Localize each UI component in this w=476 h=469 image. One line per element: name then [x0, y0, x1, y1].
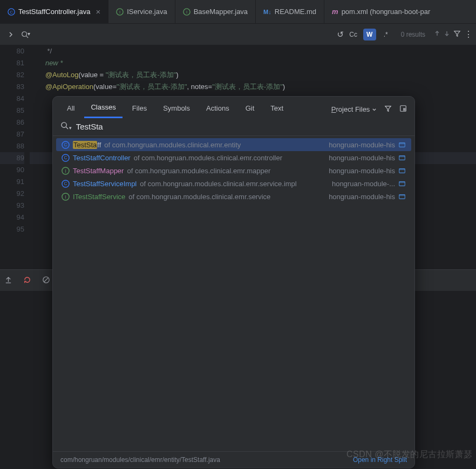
- interface-icon: I: [183, 8, 191, 16]
- module-icon: [398, 154, 406, 161]
- match-case-toggle[interactable]: Cc: [347, 29, 360, 40]
- result-row[interactable]: I ITestStaffService of com.hongruan.modu…: [53, 190, 414, 203]
- result-row[interactable]: C TestStaffServiceImpl of com.hongruan.m…: [53, 177, 414, 190]
- module-icon: [398, 180, 406, 187]
- more-icon[interactable]: ⋮: [464, 29, 472, 39]
- popup-tab-classes[interactable]: Classes: [84, 100, 122, 118]
- popup-tab-actions[interactable]: Actions: [200, 101, 236, 118]
- result-row[interactable]: I TestStaffMapper of com.hongruan.module…: [53, 164, 414, 177]
- footer-path: com/hongruan/modules/clinical/emr/entity…: [60, 456, 220, 464]
- result-module: hongruan-module-his: [329, 193, 406, 201]
- result-package: of com.hongruan.modules.clinical.emr.ser…: [128, 193, 270, 201]
- results-count: 0 results: [401, 31, 425, 38]
- svg-text:C: C: [64, 142, 67, 147]
- popup-search-row: ▾: [53, 118, 414, 136]
- arrow-up-icon[interactable]: [434, 30, 440, 38]
- tab-label: BaseMapper.java: [194, 8, 248, 16]
- tab-label: IService.java: [127, 8, 167, 16]
- open-in-right-split-link[interactable]: Open in Right Split: [353, 456, 407, 464]
- disabled-icon[interactable]: [42, 276, 50, 286]
- module-icon: [398, 141, 406, 148]
- open-in-tool-window-icon[interactable]: [399, 105, 407, 114]
- class-icon: C: [8, 8, 15, 16]
- result-package: of com.hongruan.modules.clinical.emr.con…: [134, 154, 282, 162]
- result-row[interactable]: C TestStaffController of com.hongruan.mo…: [53, 151, 414, 164]
- svg-point-6: [22, 31, 26, 36]
- editor-tab-bar: C TestStaffController.java × I IService.…: [0, 0, 476, 24]
- filter-icon[interactable]: [453, 30, 461, 39]
- svg-text:C: C: [64, 181, 67, 186]
- module-icon: [398, 167, 406, 174]
- svg-rect-25: [399, 169, 405, 171]
- editor-tab-basemapper[interactable]: I BaseMapper.java: [175, 0, 256, 23]
- prev-occurrence-icon[interactable]: ↻: [337, 30, 344, 39]
- result-module: hongruan-module-his: [329, 167, 406, 175]
- result-name: TestStaff: [73, 141, 101, 149]
- svg-point-12: [62, 123, 66, 127]
- close-icon[interactable]: ×: [96, 7, 100, 16]
- upload-icon[interactable]: [4, 276, 12, 286]
- class-icon: C: [62, 154, 70, 162]
- result-name: TestStaffServiceImpl: [73, 180, 137, 188]
- popup-footer: com/hongruan/modules/clinical/emr/entity…: [53, 451, 414, 468]
- svg-rect-17: [399, 143, 405, 145]
- svg-rect-29: [399, 182, 405, 183]
- popup-tab-text[interactable]: Text: [264, 101, 290, 118]
- popup-tab-files[interactable]: Files: [126, 101, 153, 118]
- editor-tab-readme[interactable]: M↓ README.md: [256, 0, 324, 23]
- scope-dropdown[interactable]: Project Files: [331, 105, 377, 113]
- regex-toggle[interactable]: .*: [379, 29, 392, 40]
- svg-text:C: C: [10, 9, 13, 14]
- result-module: hongruan-module-his: [329, 154, 406, 162]
- refresh-icon[interactable]: [23, 276, 31, 286]
- svg-text:I: I: [119, 10, 120, 15]
- tab-label: pom.xml (hongruan-boot-par: [342, 8, 431, 16]
- search-everywhere-popup: All Classes Files Symbols Actions Git Te…: [52, 96, 415, 468]
- result-package: of com.hongruan.modules.clinical.emr.ent…: [104, 141, 241, 149]
- editor-tab-iservice[interactable]: I IService.java: [108, 0, 175, 23]
- editor-tab-pom[interactable]: m pom.xml (hongruan-boot-par: [324, 0, 438, 23]
- tab-label: TestStaffController.java: [18, 8, 90, 16]
- svg-line-9: [44, 277, 49, 282]
- popup-tab-bar: All Classes Files Symbols Actions Git Te…: [53, 97, 414, 118]
- result-name: TestStaffController: [73, 154, 131, 162]
- result-module: hongruan-module-his: [329, 141, 406, 149]
- popup-tab-symbols[interactable]: Symbols: [157, 101, 196, 118]
- popup-tab-all[interactable]: All: [60, 101, 81, 118]
- editor-tab-teststaffcontroller[interactable]: C TestStaffController.java ×: [0, 0, 108, 23]
- filter-icon[interactable]: [384, 105, 392, 114]
- maven-icon: m: [332, 8, 338, 16]
- result-name: TestStaffMapper: [73, 167, 124, 175]
- result-package: of com.hongruan.modules.clinical.emr.map…: [127, 167, 270, 175]
- result-row[interactable]: C TestStaff of com.hongruan.modules.clin…: [56, 138, 411, 151]
- gutter: 80 81 82 83 84 85 86 87 88 89 90 91 92 9…: [0, 45, 30, 235]
- find-bar: ▾ ↻ Cc W .* 0 results ⋮: [0, 24, 476, 45]
- markdown-icon: M↓: [263, 9, 271, 15]
- svg-rect-33: [399, 195, 405, 196]
- search-icon[interactable]: ▾: [18, 31, 32, 38]
- result-package: of com.hongruan.modules.clinical.emr.ser…: [140, 180, 296, 188]
- svg-text:I: I: [65, 168, 66, 173]
- svg-text:I: I: [65, 194, 66, 199]
- popup-tab-git[interactable]: Git: [239, 101, 261, 118]
- class-icon: C: [62, 180, 70, 188]
- results-list: C TestStaff of com.hongruan.modules.clin…: [53, 136, 414, 451]
- tab-label: README.md: [275, 8, 316, 16]
- svg-line-13: [66, 127, 68, 129]
- interface-icon: I: [62, 193, 70, 201]
- class-icon: C: [62, 141, 70, 149]
- svg-text:I: I: [186, 10, 187, 15]
- svg-rect-11: [403, 108, 405, 111]
- module-icon: [398, 193, 406, 200]
- search-input[interactable]: [76, 122, 407, 131]
- search-icon: ▾: [60, 121, 72, 131]
- result-module: hongruan-module-...: [332, 180, 406, 188]
- chevron-right-icon[interactable]: [3, 32, 18, 37]
- result-name: ITestStaffService: [73, 193, 125, 201]
- interface-icon: I: [62, 167, 70, 175]
- words-toggle[interactable]: W: [363, 29, 376, 40]
- arrow-down-icon[interactable]: [444, 30, 450, 38]
- svg-text:C: C: [64, 155, 67, 160]
- svg-rect-21: [399, 156, 405, 158]
- interface-icon: I: [116, 8, 124, 16]
